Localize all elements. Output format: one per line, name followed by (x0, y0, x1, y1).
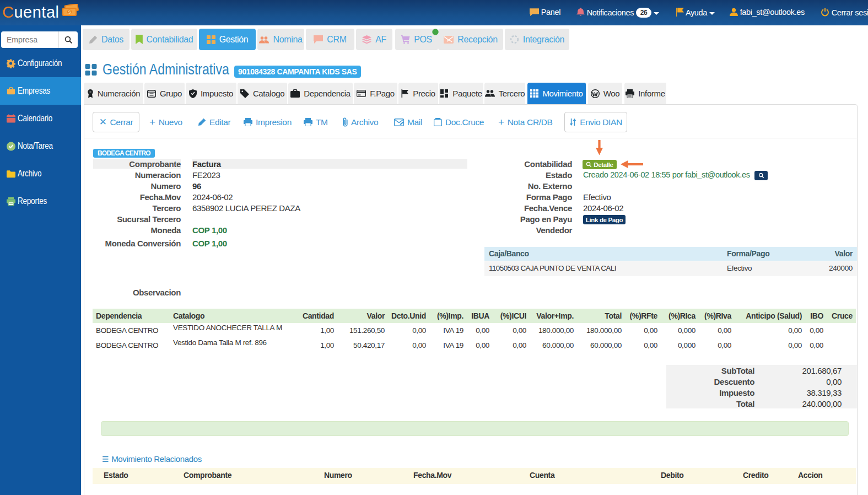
svg-text:S: S (68, 9, 71, 15)
